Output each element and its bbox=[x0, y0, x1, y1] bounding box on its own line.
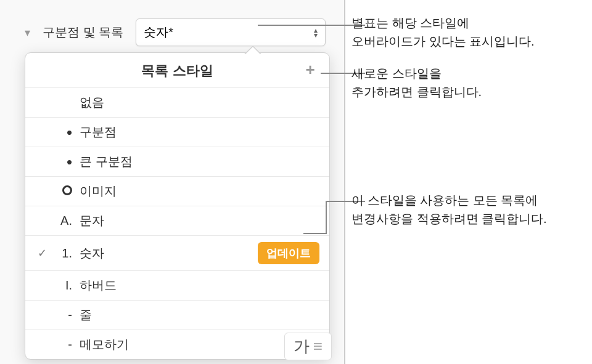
list-style-label: 구분점 bbox=[77, 124, 319, 140]
list-style-item[interactable]: 이미지 bbox=[25, 176, 329, 206]
list-style-label: 숫자 bbox=[77, 245, 258, 262]
popover-title: 목록 스타일 bbox=[141, 63, 213, 78]
list-marker-icon: • bbox=[51, 158, 77, 166]
section-label: 구분점 및 목록 bbox=[43, 24, 123, 41]
list-marker-icon: A. bbox=[51, 214, 77, 228]
chevron-down-icon[interactable]: ▾ bbox=[25, 26, 30, 39]
callout-add-line1: 새로운 스타일을 bbox=[352, 64, 482, 83]
add-style-button[interactable]: + bbox=[301, 60, 319, 79]
callout-add-line2: 추가하려면 클릭합니다. bbox=[352, 83, 482, 101]
checkmark-icon: ✓ bbox=[33, 246, 51, 260]
text-style-preview: 가≡ bbox=[284, 333, 332, 360]
list-marker-icon: - bbox=[51, 338, 77, 352]
list-style-item[interactable]: -줄 bbox=[25, 300, 329, 330]
list-style-label: 없음 bbox=[77, 94, 319, 111]
list-style-item[interactable]: 없음 bbox=[25, 87, 329, 117]
list-marker-icon: - bbox=[51, 308, 77, 322]
callout-update-line2: 변경사항을 적용하려면 클릭합니다. bbox=[352, 209, 547, 228]
list-style-item[interactable]: ✓1.숫자업데이트 bbox=[25, 235, 329, 270]
list-style-popover: 목록 스타일 + 없음•구분점•큰 구분점이미지A.문자✓1.숫자업데이트I.하… bbox=[25, 52, 330, 360]
list-style-item[interactable]: •구분점 bbox=[25, 117, 329, 147]
list-style-label: 줄 bbox=[77, 307, 319, 323]
list-marker-icon: I. bbox=[51, 278, 77, 293]
update-style-button[interactable]: 업데이트 bbox=[258, 242, 319, 264]
callout-asterisk-line1: 별표는 해당 스타일에 bbox=[352, 14, 535, 32]
list-style-label: 큰 구분점 bbox=[77, 153, 319, 170]
popup-value: 숫자* bbox=[144, 24, 173, 41]
callout-asterisk-line2: 오버라이드가 있다는 표시입니다. bbox=[352, 32, 535, 51]
list-marker-icon bbox=[51, 184, 77, 198]
list-style-label: 메모하기 bbox=[77, 336, 319, 353]
list-marker-icon: 1. bbox=[51, 246, 77, 261]
list-style-item[interactable]: •큰 구분점 bbox=[25, 147, 329, 176]
list-style-item[interactable]: A.문자 bbox=[25, 206, 329, 235]
list-style-item[interactable]: I.하버드 bbox=[25, 270, 329, 300]
callout-update-line1: 이 스타일을 사용하는 모든 목록에 bbox=[352, 191, 547, 209]
list-style-label: 하버드 bbox=[77, 277, 319, 294]
chevron-updown-icon: ▴▾ bbox=[314, 28, 318, 38]
list-style-popup-button[interactable]: 숫자* ▴▾ bbox=[136, 18, 326, 46]
list-marker-icon: • bbox=[51, 128, 77, 137]
list-style-label: 이미지 bbox=[77, 183, 319, 200]
list-style-label: 문자 bbox=[77, 212, 319, 229]
